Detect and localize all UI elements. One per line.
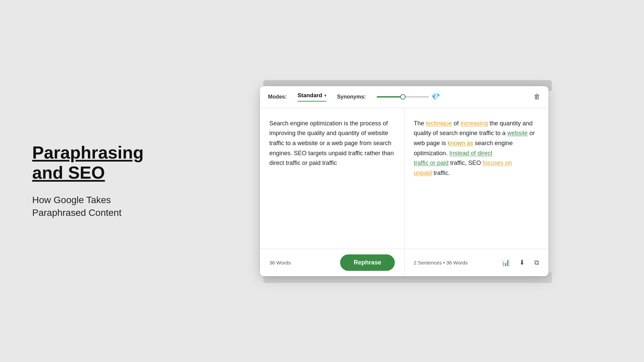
highlight-focuses-on: focuses on (483, 160, 512, 166)
slider-filled-track (377, 96, 401, 98)
modes-label: Modes: (268, 94, 287, 100)
toolbar: Modes: Standard ▾ Synonyms: 💎 🗑 (260, 86, 548, 108)
content-area: Search engine optimization is the proces… (260, 108, 548, 249)
left-section: Paraphrasing and SEO How Google Takes Pa… (0, 143, 178, 219)
highlight-website: website (507, 130, 528, 136)
output-stats: 2 Sentences • 36 Words (414, 260, 468, 265)
tool-card: Modes: Standard ▾ Synonyms: 💎 🗑 (260, 86, 548, 276)
highlight-increasing: increasing (461, 120, 488, 127)
highlight-known-as: known as (448, 140, 473, 146)
copy-icon-button[interactable]: ⧉ (534, 259, 539, 266)
page-title: Paraphrasing and SEO (32, 143, 178, 183)
highlight-instead: Instead of direct (449, 150, 492, 157)
left-footer: 36 Words Rephrase (260, 249, 405, 276)
slider-empty-track (405, 96, 429, 98)
word-count: 36 Words (269, 260, 291, 265)
output-text: The technique of increasing the quantity… (414, 119, 539, 178)
diamond-icon: 💎 (431, 93, 440, 101)
mode-value: Standard (298, 92, 322, 99)
download-icon-button[interactable]: ⬇ (519, 258, 525, 266)
rephrase-button[interactable]: Rephrase (340, 254, 394, 271)
input-panel[interactable]: Search engine optimization is the proces… (260, 108, 405, 249)
delete-button[interactable]: 🗑 (534, 93, 540, 101)
slider-thumb[interactable] (400, 94, 406, 100)
input-text: Search engine optimization is the proces… (269, 119, 395, 168)
mode-dropdown[interactable]: Standard ▾ (298, 92, 326, 102)
chevron-down-icon: ▾ (324, 93, 326, 98)
highlight-unpaid: unpaid (414, 170, 432, 176)
synonyms-label: Synonyms: (337, 94, 366, 100)
highlight-technique: technique (426, 120, 452, 127)
footer: 36 Words Rephrase 2 Sentences • 36 Words… (260, 249, 548, 276)
output-panel: The technique of increasing the quantity… (405, 108, 549, 249)
synonyms-slider[interactable]: 💎 (377, 93, 440, 101)
tool-wrapper: Modes: Standard ▾ Synonyms: 💎 🗑 (260, 86, 548, 276)
right-section: Modes: Standard ▾ Synonyms: 💎 🗑 (178, 86, 644, 276)
highlight-traffic-or-paid: traffic or paid (414, 160, 449, 166)
page-subtitle: How Google Takes Paraphrased Content (32, 194, 178, 219)
right-footer: 2 Sentences • 36 Words 📊 ⬇ ⧉ (405, 249, 549, 276)
chart-icon-button[interactable]: 📊 (501, 258, 510, 266)
